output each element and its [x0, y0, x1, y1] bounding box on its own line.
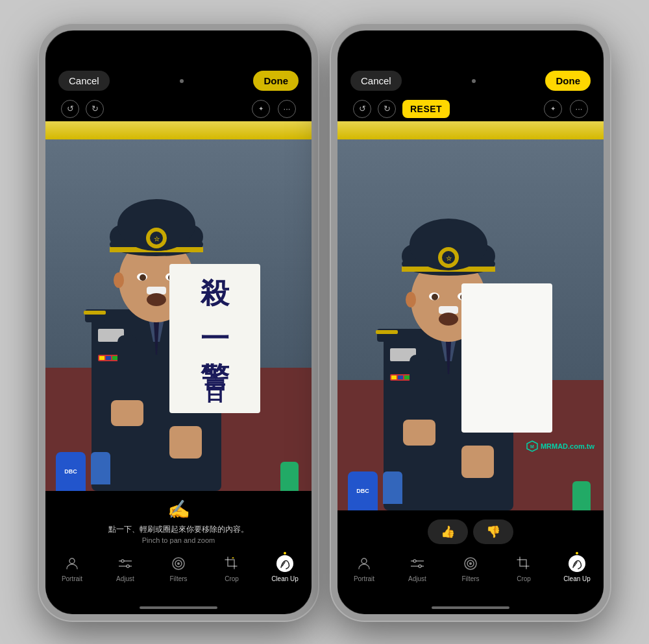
svg-point-19 [147, 293, 166, 306]
instruction-icon-left: ✍️ [58, 499, 299, 520]
crop-icon-right [515, 555, 533, 573]
cancel-button-left[interactable]: Cancel [58, 71, 110, 91]
crop-label-right: Crop [517, 575, 531, 582]
mic-dbc-right: DBC [348, 471, 378, 510]
more-icon-right[interactable]: ··· [570, 100, 588, 118]
crop-icon-left [223, 555, 241, 573]
person-illustration-left: ☆ 殺 一 警 百 [46, 154, 267, 491]
svg-rect-61 [376, 330, 398, 334]
right-phone: Cancel Done ↺ ↻ RESET ✦ ··· [331, 24, 610, 621]
home-indicator-right [337, 601, 604, 614]
top-center-right [472, 79, 476, 83]
assistant-icon-right[interactable]: ✦ [544, 100, 562, 118]
image-area-left: ☆ 殺 一 警 百 [45, 139, 312, 491]
undo-icon-right[interactable]: ↺ [353, 100, 371, 118]
dynamic-island-left [140, 40, 217, 62]
done-button-left[interactable]: Done [253, 71, 299, 91]
nav-portrait-left[interactable]: Portrait [54, 555, 90, 582]
redo-icon-left[interactable]: ↻ [86, 100, 104, 118]
nav-portrait-right[interactable]: Portrait [346, 555, 382, 582]
svg-rect-56 [404, 376, 410, 379]
instruction-en-left: Pinch to pan and zoom [58, 536, 299, 544]
feedback-area-right: 👍 👎 [337, 510, 604, 549]
svg-point-87 [413, 560, 416, 562]
portrait-label-left: Portrait [62, 575, 82, 582]
left-phone: Cancel Done ↺ ↻ ✦ ··· [39, 24, 318, 621]
nav-crop-left[interactable]: Crop [214, 555, 250, 582]
right-phone-screen: Cancel Done ↺ ↻ RESET ✦ ··· [337, 30, 604, 614]
svg-rect-54 [391, 376, 397, 379]
cleanup-label-left: Clean Up [271, 575, 299, 582]
home-bar-left [140, 606, 217, 609]
nav-cleanup-right[interactable]: Clean Up [559, 555, 595, 582]
yellow-band-right [337, 121, 604, 139]
adjust-label-left: Adjust [116, 575, 134, 582]
redo-icon-right[interactable]: ↻ [378, 100, 396, 118]
svg-point-70 [406, 292, 416, 307]
filters-icon-right [461, 555, 480, 573]
svg-text:百: 百 [204, 381, 226, 405]
portrait-icon-left [63, 555, 81, 573]
left-phone-frame: Cancel Done ↺ ↻ ✦ ··· [39, 24, 318, 621]
svg-point-38 [69, 558, 75, 564]
svg-point-16 [140, 274, 146, 281]
svg-rect-4 [99, 356, 104, 360]
portrait-label-right: Portrait [354, 575, 374, 582]
adjust-label-right: Adjust [408, 575, 426, 582]
svg-point-69 [439, 313, 458, 326]
left-phone-screen: Cancel Done ↺ ↻ ✦ ··· [45, 30, 312, 614]
nav-adjust-right[interactable]: Adjust [399, 555, 435, 582]
svg-point-49 [276, 555, 293, 572]
svg-point-20 [114, 272, 124, 288]
nav-filters-left[interactable]: Filters [160, 555, 197, 582]
active-dot-left [284, 552, 286, 555]
yellow-band-left [45, 121, 312, 139]
svg-point-47 [177, 562, 180, 565]
svg-point-66 [432, 294, 438, 300]
cancel-button-right[interactable]: Cancel [350, 71, 402, 91]
right-phone-frame: Cancel Done ↺ ↻ RESET ✦ ··· [331, 24, 610, 621]
svg-text:一: 一 [201, 323, 229, 355]
svg-point-86 [361, 558, 367, 564]
instruction-area-left: ✍️ 點一下、輕刷或圈起來你要移除的內容。 Pinch to pan and z… [45, 491, 312, 549]
svg-rect-32 [111, 400, 143, 426]
mic-dbc-left: DBC [56, 452, 86, 491]
svg-point-39 [121, 560, 124, 562]
home-indicator-left [45, 601, 312, 614]
svg-point-95 [469, 562, 472, 565]
nav-cleanup-left[interactable]: Clean Up [267, 555, 303, 582]
undo-icon-left[interactable]: ↺ [61, 100, 79, 118]
second-toolbar-right: ↺ ↻ RESET ✦ ··· [337, 97, 604, 121]
cleanup-icon-left [276, 555, 294, 573]
cleanup-label-right: Clean Up [563, 575, 591, 582]
svg-rect-30 [169, 426, 202, 459]
active-dot-right [576, 552, 578, 555]
watermark-right: M MRMAD.com.tw [526, 440, 594, 452]
nav-filters-right[interactable]: Filters [452, 555, 489, 582]
nav-crop-right[interactable]: Crop [506, 555, 542, 582]
top-toolbar-right: Cancel Done [337, 66, 604, 97]
done-button-right[interactable]: Done [545, 71, 591, 91]
thumbs-down-button[interactable]: 👎 [473, 519, 513, 544]
instruction-zh-left: 點一下、輕刷或圈起來你要移除的內容。 [58, 524, 299, 535]
reset-button-right[interactable]: RESET [402, 100, 450, 118]
assistant-icon-left[interactable]: ✦ [252, 100, 270, 118]
adjust-icon-left [116, 555, 134, 573]
filters-label-right: Filters [461, 575, 479, 582]
more-icon-left[interactable]: ··· [278, 100, 296, 118]
person-illustration-right: ☆ [338, 173, 559, 510]
photo-scene-right: ☆ DBC [337, 139, 604, 510]
thumbs-up-button[interactable]: 👍 [428, 519, 468, 544]
svg-rect-6 [112, 356, 117, 360]
nav-adjust-left[interactable]: Adjust [107, 555, 143, 582]
watermark-text: MRMAD.com.tw [541, 442, 594, 450]
svg-rect-83 [461, 283, 552, 433]
filters-icon-left [169, 555, 188, 573]
svg-text:M: M [530, 444, 534, 449]
svg-point-42 [127, 565, 129, 567]
cleanup-icon-right [568, 555, 586, 573]
svg-text:殺: 殺 [200, 278, 230, 309]
svg-rect-11 [84, 311, 106, 315]
bottom-nav-right: Portrait Adjust [337, 549, 604, 601]
portrait-icon-right [355, 555, 373, 573]
